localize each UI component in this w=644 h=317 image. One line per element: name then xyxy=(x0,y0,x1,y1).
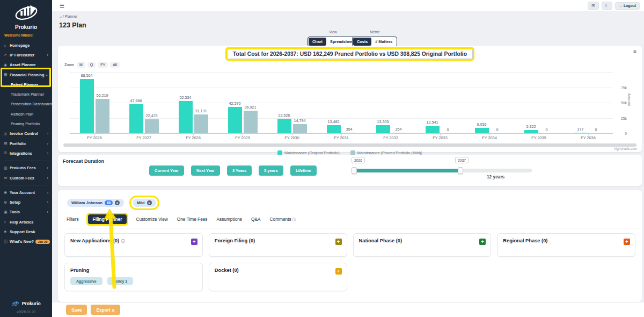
filter-tag-mild[interactable]: Mild✕ xyxy=(133,199,156,207)
tab-assumptions[interactable]: Assumptions xyxy=(217,217,243,222)
bar-maintenance-original-portfolio-fy-2034[interactable] xyxy=(475,128,489,133)
sidebar-item-prosecution-dashboard[interactable]: Prosecution Dashboard xyxy=(0,99,52,109)
sidebar-item-prokurio-fees[interactable]: ▥Prokurio Fees› xyxy=(0,163,52,173)
forecast-button-current-year[interactable]: Current Year xyxy=(149,165,184,176)
bar-maintenance-original-portfolio-fy-2035[interactable] xyxy=(524,130,538,133)
bar-maintenance-pruned-portfolio-mild-fy-2029[interactable] xyxy=(244,111,258,133)
bar-maintenance-original-portfolio-fy-2036[interactable] xyxy=(574,133,588,133)
tab-customize-view[interactable]: Customize View xyxy=(136,217,167,222)
sidebar-item-refresh-plan[interactable]: Refresh Plan xyxy=(0,109,52,119)
x-axis-label: FY 2034 xyxy=(465,135,514,140)
slider-handle-end[interactable] xyxy=(458,167,463,174)
menu-toggle-icon[interactable]: ☰ xyxy=(60,3,64,9)
sidebar-item-custom-fees[interactable]: ▭Custom Fees› xyxy=(0,173,52,183)
sidebar-item-financial-planning[interactable]: ▦Financial Planning⌄ xyxy=(0,70,52,80)
bar-maintenance-original-portfolio-fy-2030[interactable] xyxy=(277,119,291,133)
bar-value-label: 9,036 xyxy=(477,122,487,127)
bar-maintenance-original-portfolio-fy-2026[interactable] xyxy=(80,79,94,133)
sidebar-item-what-s-new[interactable]: ⓘWhat's New?Jan-20 xyxy=(0,237,52,247)
sidebar-item-your-account[interactable]: ◉Your Account› xyxy=(0,188,52,197)
sidebar-item-support-desk[interactable]: ◈Support Desk xyxy=(0,227,52,236)
asset-planner-icon: ◉ xyxy=(4,63,10,67)
tools-icon: ▣ xyxy=(4,210,10,214)
home-icon: ⌂ xyxy=(4,44,10,47)
bar-maintenance-original-portfolio-fy-2028[interactable] xyxy=(179,101,193,133)
bar-maintenance-pruned-portfolio-mild-fy-2030[interactable] xyxy=(293,124,307,133)
sidebar-item-label: Custom Fees xyxy=(10,176,34,181)
bar-maintenance-pruned-portfolio-mild-fy-2032[interactable] xyxy=(392,133,406,133)
sidebar-item-patent-planner[interactable]: Patent Planner xyxy=(0,80,52,89)
filter-tag-william-johnson[interactable]: William Johnson68✕ xyxy=(67,199,124,207)
sidebar-item-label: Help Articles xyxy=(10,220,33,225)
zoom-option-q[interactable]: Q xyxy=(87,62,96,68)
page-title: 123 Plan xyxy=(59,21,86,29)
sidebar-item-label: What's New? xyxy=(10,239,34,244)
sidebar-item-trademark-planner[interactable]: Trademark Planner xyxy=(0,89,52,99)
add-button[interactable]: + xyxy=(335,239,342,245)
breadcrumb-page[interactable]: Planner xyxy=(65,15,77,18)
tag-remove-icon[interactable]: ✕ xyxy=(115,200,120,205)
add-button[interactable]: + xyxy=(335,268,342,275)
add-button[interactable]: + xyxy=(191,239,197,245)
metric-option-matters[interactable]: # Matters xyxy=(371,38,396,46)
bar-maintenance-original-portfolio-fy-2029[interactable] xyxy=(228,107,242,133)
bar-value-label: 354 xyxy=(396,127,402,132)
chart-context-menu-icon[interactable]: ≡ xyxy=(633,48,636,54)
tab-filing-planner[interactable]: Filing Planner xyxy=(88,214,127,224)
bar-maintenance-original-portfolio-fy-2031[interactable] xyxy=(327,125,341,133)
bar-maintenance-original-portfolio-fy-2032[interactable] xyxy=(376,125,390,133)
tab-filters[interactable]: Filters xyxy=(67,217,79,222)
tag-count-badge: 68 xyxy=(105,200,113,205)
bar-maintenance-original-portfolio-fy-2027[interactable] xyxy=(129,104,143,133)
tab-one-time-fees[interactable]: One Time Fees xyxy=(177,217,208,222)
sidebar-item-asset-planner[interactable]: ◉Asset Planner xyxy=(0,60,52,70)
portfolio-icon: ▤ xyxy=(4,141,10,146)
bar-maintenance-pruned-portfolio-mild-fy-2031[interactable] xyxy=(342,133,356,133)
bar-maintenance-original-portfolio-fy-2033[interactable] xyxy=(426,126,440,133)
add-button[interactable]: + xyxy=(624,239,630,245)
chevron-right-icon: › xyxy=(47,53,48,57)
zoom-option-m[interactable]: M xyxy=(77,62,85,68)
sidebar-item-portfolio[interactable]: ▤Portfolio› xyxy=(0,139,52,148)
tab-comments[interactable]: Comments ⓘ xyxy=(270,217,296,222)
chip-policy-1[interactable]: Policy 1 xyxy=(107,277,133,285)
metric-option-costs[interactable]: Costs xyxy=(353,38,371,46)
slider-track[interactable] xyxy=(352,169,532,172)
forecast-button-5-years[interactable]: 5 years xyxy=(259,165,283,176)
forecast-button-3-years[interactable]: 3 Years xyxy=(227,165,252,176)
sidebar-item-tools[interactable]: ▣Tools› xyxy=(0,207,52,217)
year-range-slider: 2026 2037 12 years xyxy=(352,157,532,172)
export-button[interactable]: Export ∧ xyxy=(91,305,120,315)
section-card-title: Foreign Filing (0) xyxy=(215,238,341,243)
sidebar-item-integrations[interactable]: ⊞Integrations› xyxy=(0,148,52,158)
sidebar-item-setup[interactable]: ⚙Setup› xyxy=(0,197,52,207)
tag-remove-icon[interactable]: ✕ xyxy=(147,200,152,205)
sidebar-item-help-articles[interactable]: ?Help Articles xyxy=(0,217,52,227)
forecast-button-next-year[interactable]: Next Year xyxy=(191,165,220,176)
bar-maintenance-pruned-portfolio-mild-fy-2026[interactable] xyxy=(96,99,109,133)
view-option-chart[interactable]: Chart xyxy=(309,38,326,46)
chip-aggressive[interactable]: Aggressive xyxy=(70,277,103,285)
breadcrumb-home-icon[interactable]: ⌂ xyxy=(60,15,62,18)
bar-maintenance-pruned-portfolio-mild-fy-2028[interactable] xyxy=(194,114,208,133)
zoom-option-all[interactable]: All xyxy=(110,62,120,68)
logout-button[interactable]: → Logout xyxy=(615,2,640,10)
chart-scrollbar[interactable] xyxy=(63,143,636,147)
forecast-button-lifetime[interactable]: Lifetime xyxy=(290,165,317,176)
brand-name: Prokurio xyxy=(0,24,52,30)
bar-value-label: 177 xyxy=(577,127,584,132)
sidebar-item-pruning-portfolio[interactable]: Pruning Portfolio xyxy=(0,119,52,128)
tab-q-a[interactable]: Q&A xyxy=(251,217,261,222)
slider-handle-start[interactable] xyxy=(352,167,357,174)
zoom-option-fy[interactable]: FY xyxy=(98,62,108,68)
add-button[interactable]: + xyxy=(479,239,486,245)
bar-group-fy-2034: 9,0360 xyxy=(465,72,514,133)
bar-maintenance-pruned-portfolio-mild-fy-2027[interactable] xyxy=(145,119,159,133)
bar-group-fy-2033: 12,5410 xyxy=(415,72,465,133)
save-button[interactable]: Save xyxy=(66,305,87,315)
sidebar-item-ip-forecaster[interactable]: ↗IP Forecaster› xyxy=(0,50,52,60)
dark-mode-icon[interactable]: ☾ xyxy=(602,2,613,10)
mail-icon[interactable]: ✉ xyxy=(588,2,598,10)
sidebar-item-homepage[interactable]: ⌂Homepage xyxy=(0,40,52,50)
sidebar-item-invoice-control[interactable]: ◎Invoice Control› xyxy=(0,129,52,139)
